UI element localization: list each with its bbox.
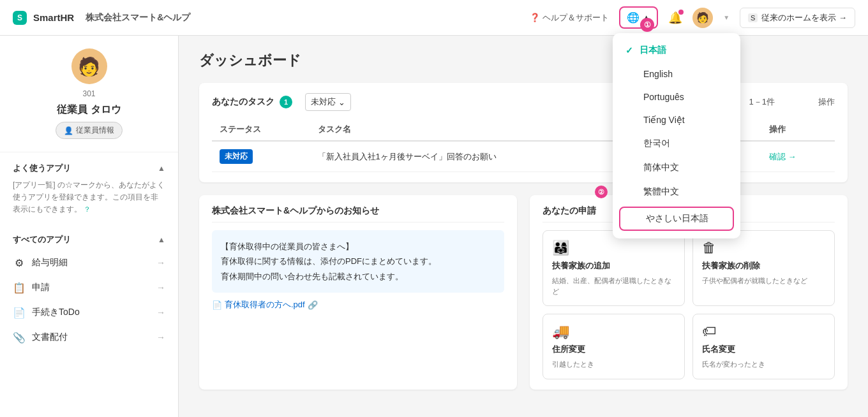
language-button[interactable]: 🌐 ▲ — [619, 6, 658, 29]
help-label: ヘルプ＆サポート — [542, 12, 609, 24]
language-dropdown: ✓ 日本語 English Português Tiếng Việt 한국어 简… — [613, 33, 740, 238]
logo-text: SmartHR — [33, 12, 74, 23]
lang-label-ko: 한국어 — [643, 138, 670, 149]
name-change-icon: 🏷 — [702, 323, 825, 340]
app-card-address-change[interactable]: 🚚 住所変更 引越したとき — [542, 314, 685, 379]
col-status: ステータス — [212, 119, 310, 141]
task-filter-value: 未対応 — [311, 96, 336, 108]
avatar[interactable]: 🧑 — [692, 8, 713, 28]
avatar-caret-icon: ▼ — [723, 14, 730, 21]
add-dependent-icon: 👨‍👩‍👧 — [552, 240, 675, 256]
task-name-cell: 「新入社員入社1ヶ月後サーベイ」回答のお願い — [310, 141, 645, 172]
task-table: ステータス タスク名 期間 操作 未対応 「新入社員入社1ヶ月後サーベイ」回答の… — [212, 119, 835, 172]
fav-apps-toggle[interactable]: ▲ — [158, 164, 165, 173]
task-label: あなたのタスク — [212, 96, 274, 108]
lang-label-zh-tw: 繁體中文 — [643, 186, 679, 198]
pdf-link[interactable]: 📄 育休取得者の方へ.pdf 🔗 — [212, 299, 504, 311]
todo-arrow: → — [156, 307, 165, 318]
notification-button[interactable]: 🔔 — [668, 11, 682, 25]
sidebar-item-docs[interactable]: 📎 文書配付 → — [0, 325, 178, 350]
task-count-badge: 1 — [280, 96, 292, 108]
apply-icon: 📋 — [13, 282, 26, 294]
hide-hint-icon[interactable]: ？ — [84, 205, 91, 213]
user-info-label: 従業員情報 — [76, 125, 114, 136]
all-apps-label: すべてのアプリ — [13, 234, 71, 245]
home-icon: S — [748, 13, 758, 22]
docs-icon: 📎 — [13, 332, 26, 344]
home-button[interactable]: S 従来のホームを表示 → — [740, 8, 855, 28]
lang-label-pt: Português — [643, 92, 684, 102]
pdf-link-label: 育休取得者の方へ.pdf — [225, 299, 305, 311]
payslip-icon: ⚙ — [13, 257, 26, 269]
user-section: 🧑 301 従業員 タロウ 👤 従業員情報 — [0, 48, 178, 152]
sidebar-item-apply[interactable]: 📋 申請 → — [0, 275, 178, 300]
filter-caret-icon: ⌄ — [338, 98, 345, 107]
check-icon: ✓ — [625, 45, 633, 55]
help-button[interactable]: ❓ ヘルプ＆サポート — [530, 12, 609, 24]
remove-dependent-title: 扶養家族の削除 — [702, 260, 825, 272]
payslip-arrow: → — [156, 258, 165, 268]
lang-item-vi[interactable]: Tiếng Việt — [613, 108, 740, 131]
home-button-label: 従来のホームを表示 → — [761, 12, 847, 24]
apply-label: 申請 — [32, 282, 150, 293]
remove-dependent-desc: 子供や配偶者が就職したときなど — [702, 275, 825, 286]
fav-apps-section: よく使うアプリ ▲ — [0, 152, 178, 179]
logo-icon: S — [13, 11, 27, 25]
name-change-title: 氏名変更 — [702, 344, 825, 355]
lang-label-vi: Tiếng Việt — [643, 115, 685, 125]
lang-item-en[interactable]: English — [613, 62, 740, 85]
sidebar: 🧑 301 従業員 タロウ 👤 従業員情報 よく使うアプリ ▲ [アプリ一覧] … — [0, 36, 179, 417]
task-result-count: 1－1件 — [749, 96, 775, 108]
task-filter-select[interactable]: 未対応 ⌄ — [305, 93, 351, 111]
todo-label: 手続きToDo — [32, 307, 150, 318]
app-card-add-dependent[interactable]: 👨‍👩‍👧 扶養家族の追加 結婚、出産、配偶者が退職したときなど — [542, 230, 685, 306]
app-card-remove-dependent[interactable]: 🗑 扶養家族の削除 子供や配偶者が就職したときなど — [692, 230, 835, 306]
table-row: 未対応 「新入社員入社1ヶ月後サーベイ」回答のお願い 2024/03/29 〜 … — [212, 141, 835, 172]
docs-label: 文書配付 — [32, 332, 150, 343]
external-link-icon: 🔗 — [308, 300, 318, 310]
lang-caret-icon: ▲ — [642, 13, 650, 22]
lang-label-easy-ja: やさしい日本語 — [646, 213, 708, 224]
company-name: 株式会社スマート&ヘルプ — [86, 12, 190, 24]
globe-icon: 🌐 — [627, 11, 640, 24]
all-apps-section: すべてのアプリ ▲ — [0, 224, 178, 251]
sidebar-item-payslip[interactable]: ⚙ 給与明細 → — [0, 251, 178, 275]
news-card: 株式会社スマート&ヘルプからのお知らせ 【育休取得中の従業員の皆さまへ】 育休取… — [199, 195, 517, 390]
address-change-title: 住所変更 — [552, 344, 675, 355]
status-badge: 未対応 — [220, 149, 253, 164]
user-info-button[interactable]: 👤 従業員情報 — [56, 122, 123, 139]
task-header: あなたのタスク 1 未対応 ⌄ 1－1件 操作 — [212, 93, 835, 111]
lang-item-ko[interactable]: 한국어 — [613, 131, 740, 156]
remove-dependent-icon: 🗑 — [702, 240, 825, 256]
lang-item-easy-ja[interactable]: やさしい日本語 — [619, 207, 734, 231]
task-status-cell: 未対応 — [212, 141, 310, 172]
task-confirm-link[interactable]: 確認 → — [769, 151, 827, 163]
add-dependent-desc: 結婚、出産、配偶者が退職したときなど — [552, 275, 675, 296]
lang-item-ja[interactable]: ✓ 日本語 — [613, 38, 740, 62]
user-avatar: 🧑 — [71, 48, 107, 84]
lang-item-zh-cn[interactable]: 简体中文 — [613, 156, 740, 180]
lower-grid: 株式会社スマート&ヘルプからのお知らせ 【育休取得中の従業員の皆さまへ】 育休取… — [199, 195, 848, 390]
address-change-desc: 引越したとき — [552, 359, 675, 370]
user-name: 従業員 タロウ — [57, 103, 121, 117]
main-content: ダッシュボード あなたのタスク 1 未対応 ⌄ 1－1件 操作 ステータス タス… — [179, 36, 868, 417]
add-dependent-title: 扶養家族の追加 — [552, 260, 675, 272]
docs-arrow: → — [156, 332, 165, 342]
question-icon: ❓ — [530, 13, 540, 22]
news-card-title: 株式会社スマート&ヘルプからのお知らせ — [212, 205, 504, 223]
todo-icon: 📄 — [13, 307, 26, 319]
lang-item-pt[interactable]: Português — [613, 85, 740, 108]
person-icon: 👤 — [64, 126, 73, 135]
address-change-icon: 🚚 — [552, 323, 675, 340]
payslip-label: 給与明細 — [32, 257, 150, 268]
col-taskname: タスク名 — [310, 119, 645, 141]
task-section: あなたのタスク 1 未対応 ⌄ 1－1件 操作 ステータス タスク名 期間 操作 — [199, 83, 848, 182]
sidebar-item-todo[interactable]: 📄 手続きToDo → — [0, 300, 178, 325]
notification-dot — [678, 10, 684, 15]
lang-label-en: English — [643, 69, 673, 79]
lang-item-zh-tw[interactable]: 繁體中文 ② — [613, 180, 740, 204]
all-apps-toggle[interactable]: ▲ — [158, 235, 165, 244]
user-id: 301 — [82, 89, 95, 98]
lang-label-ja: 日本語 — [640, 45, 666, 56]
app-card-name-change[interactable]: 🏷 氏名変更 氏名が変わったとき — [692, 314, 835, 379]
